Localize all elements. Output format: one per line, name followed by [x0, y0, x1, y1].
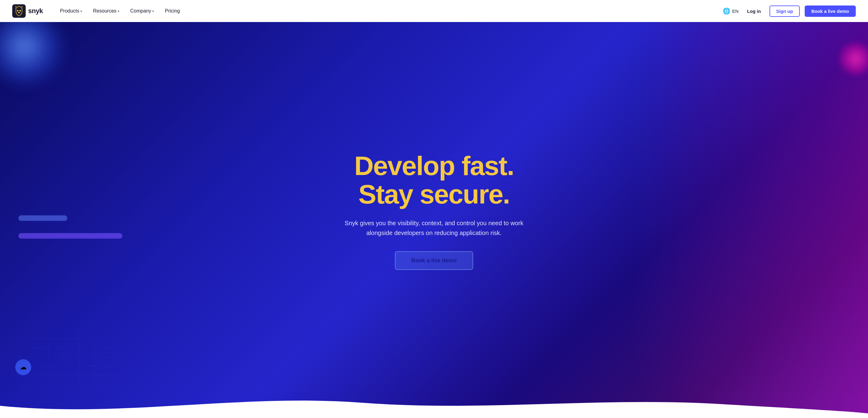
hero-bg-purple-gradient	[477, 22, 868, 418]
logo-text: snyk	[28, 7, 43, 15]
hero-title-line2: Stay secure.	[359, 179, 510, 209]
login-button[interactable]: Log in	[744, 6, 765, 16]
nav-item-products[interactable]: Products ▾	[55, 6, 87, 16]
hero-section: ☁ Develop fast. Stay secure. Snyk gives …	[0, 22, 868, 418]
lang-label: EN	[732, 8, 739, 14]
hero-decorative-bars	[18, 215, 122, 239]
hero-title-line1: Develop fast.	[354, 151, 514, 181]
nav-item-pricing[interactable]: Pricing	[160, 6, 185, 16]
hero-subtitle: Snyk gives you the visibility, context, …	[336, 218, 532, 238]
hero-bar-2	[18, 233, 122, 239]
hero-title: Develop fast. Stay secure.	[336, 152, 532, 208]
language-selector[interactable]: 🌐 EN	[723, 7, 739, 15]
book-demo-nav-button[interactable]: Book a live demo	[805, 5, 856, 17]
logo-link[interactable]: snyk	[12, 4, 43, 18]
signup-button[interactable]: Sign up	[770, 5, 800, 17]
chevron-down-icon: ▾	[81, 9, 82, 13]
hero-content: Develop fast. Stay secure. Snyk gives yo…	[336, 152, 532, 270]
hero-bar-1	[18, 215, 67, 221]
chevron-down-icon: ▾	[118, 9, 119, 13]
nav-item-pricing-label: Pricing	[165, 8, 180, 14]
nav-links: Products ▾ Resources ▾ Company ▾ Pricing	[55, 6, 723, 16]
nav-item-resources[interactable]: Resources ▾	[88, 6, 124, 16]
nav-item-company-label: Company	[130, 8, 151, 14]
navbar: snyk Products ▾ Resources ▾ Company ▾ Pr…	[0, 0, 868, 22]
nav-right-actions: 🌐 EN Log in Sign up Book a live demo	[723, 5, 856, 17]
hero-cta-button[interactable]: Book a live demo	[395, 251, 473, 270]
fingerprint-icon: ☁	[20, 363, 27, 371]
chevron-down-icon: ▾	[152, 9, 154, 13]
nav-item-company[interactable]: Company ▾	[125, 6, 159, 16]
nav-item-products-label: Products	[60, 8, 79, 14]
hero-wave	[0, 387, 868, 418]
svg-point-2	[20, 10, 21, 11]
svg-point-3	[18, 12, 20, 13]
fingerprint-button[interactable]: ☁	[15, 359, 31, 375]
hero-bg-circle	[0, 22, 67, 89]
snyk-logo-icon	[12, 4, 26, 18]
globe-icon: 🌐	[723, 7, 731, 15]
svg-point-1	[17, 10, 19, 11]
nav-item-resources-label: Resources	[93, 8, 116, 14]
